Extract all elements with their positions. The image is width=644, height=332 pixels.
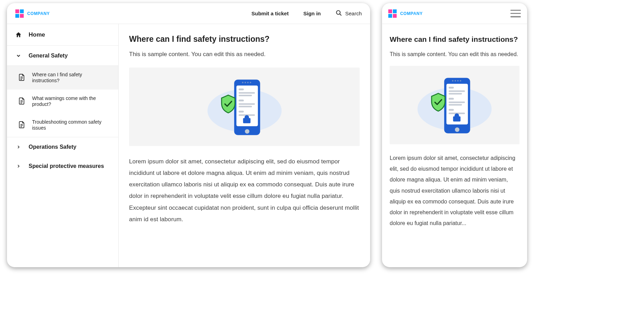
svg-point-20 bbox=[337, 10, 340, 14]
search-icon bbox=[335, 9, 342, 18]
sidebar-article-safety-instructions[interactable]: Where can I find safety instructions? bbox=[7, 66, 118, 90]
hamburger-icon bbox=[510, 10, 521, 11]
home-icon bbox=[15, 31, 22, 38]
article-intro: This is sample content. You can edit thi… bbox=[390, 51, 519, 57]
sidebar-cat-operations-label: Operations Safety bbox=[29, 144, 76, 150]
sidebar-article-warnings[interactable]: What warnings come with the product? bbox=[7, 90, 118, 113]
mobile-frame: COMPANY Where can I find safety instruct… bbox=[382, 3, 527, 267]
brand[interactable]: COMPANY bbox=[15, 9, 50, 18]
hero-illustration bbox=[129, 68, 360, 146]
brand-logo-icon bbox=[15, 9, 24, 18]
document-icon bbox=[18, 121, 26, 130]
brand-name: COMPANY bbox=[27, 11, 50, 16]
article-title: Where can I find safety instructions? bbox=[390, 35, 519, 44]
hamburger-icon bbox=[510, 13, 521, 14]
brand[interactable]: COMPANY bbox=[388, 9, 423, 18]
hero-illustration bbox=[390, 66, 519, 144]
desktop-frame: COMPANY Submit a ticket Sign in Search H… bbox=[7, 3, 370, 267]
article-body: Lorem ipsum dolor sit amet, consectetur … bbox=[129, 156, 360, 225]
svg-line-21 bbox=[340, 14, 342, 15]
search-button[interactable]: Search bbox=[335, 9, 362, 18]
header: COMPANY Submit a ticket Sign in Search bbox=[7, 3, 370, 24]
article-content: Where can I find safety instructions? Th… bbox=[119, 24, 370, 267]
chevron-right-icon bbox=[15, 145, 22, 149]
document-icon bbox=[18, 74, 26, 82]
signin-link[interactable]: Sign in bbox=[303, 10, 321, 16]
sidebar: Home General Safety Where can I find saf… bbox=[7, 24, 119, 267]
article-intro: This is sample content. You can edit thi… bbox=[129, 51, 360, 58]
body: Home General Safety Where can I find saf… bbox=[7, 24, 370, 267]
chevron-right-icon bbox=[15, 164, 22, 169]
sidebar-cat-operations[interactable]: Operations Safety bbox=[7, 137, 118, 156]
brand-name: COMPANY bbox=[400, 11, 423, 16]
sidebar-article-troubleshooting[interactable]: Troubleshooting common safety issues bbox=[7, 113, 118, 137]
chevron-down-icon bbox=[15, 53, 22, 59]
sidebar-home-label: Home bbox=[29, 31, 45, 38]
mobile-header: COMPANY bbox=[382, 3, 527, 24]
document-icon bbox=[18, 97, 26, 106]
sidebar-home[interactable]: Home bbox=[7, 24, 118, 46]
brand-logo-icon bbox=[388, 9, 397, 18]
search-label: Search bbox=[345, 10, 362, 16]
sidebar-article-label: What warnings come with the product? bbox=[32, 95, 111, 108]
hamburger-icon bbox=[510, 16, 521, 17]
sidebar-articles: Where can I find safety instructions? Wh… bbox=[7, 66, 118, 137]
article-title: Where can I find safety instructions? bbox=[129, 34, 360, 44]
article-body: Lorem ipsum dolor sit amet, consectetur … bbox=[390, 153, 519, 229]
mobile-content: Where can I find safety instructions? Th… bbox=[382, 24, 527, 267]
sidebar-article-label: Where can I find safety instructions? bbox=[32, 72, 111, 84]
sidebar-cat-general-label: General Safety bbox=[29, 53, 68, 59]
sidebar-cat-spm[interactable]: Special protective measures bbox=[7, 156, 118, 176]
sidebar-cat-spm-label: Special protective measures bbox=[29, 163, 104, 169]
sidebar-article-label: Troubleshooting common safety issues bbox=[32, 119, 111, 131]
sidebar-cat-general[interactable]: General Safety bbox=[7, 46, 118, 66]
hamburger-menu-button[interactable] bbox=[510, 10, 521, 17]
submit-ticket-link[interactable]: Submit a ticket bbox=[252, 10, 289, 16]
